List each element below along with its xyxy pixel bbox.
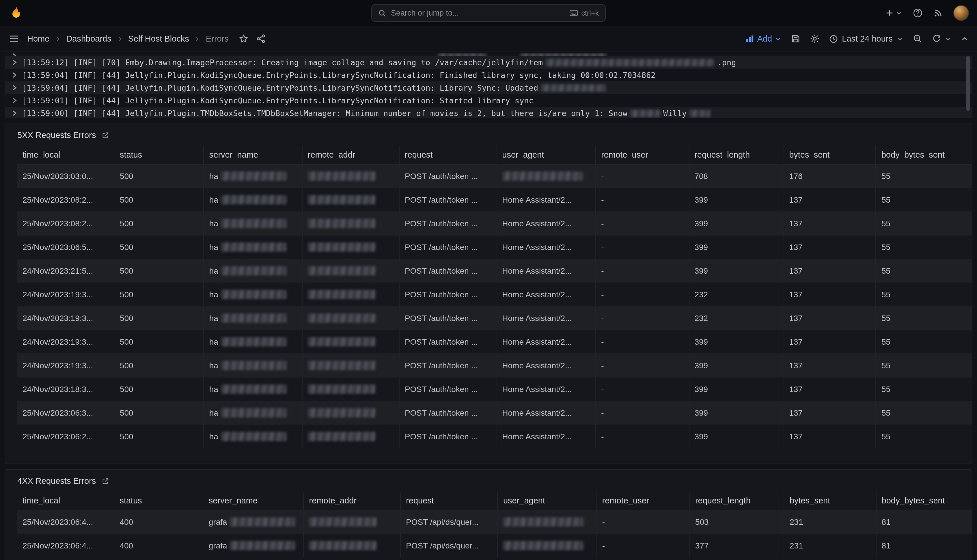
refresh-interval-caret[interactable] — [945, 35, 951, 42]
log-scrollbar[interactable] — [966, 56, 970, 111]
cell-user_agent: Home Assistant/2... — [497, 282, 595, 306]
expand-chevron-icon[interactable] — [12, 85, 17, 91]
dashboard-quick-actions — [239, 34, 266, 43]
cell-server_name: ha — [204, 330, 302, 353]
menu-toggle[interactable] — [9, 33, 19, 44]
cell-text: grafa — [209, 541, 227, 550]
column-header-time_local[interactable]: time_local — [17, 492, 114, 510]
cell-body_bytes_sent: 55 — [876, 282, 972, 306]
expand-chevron-icon[interactable] — [12, 98, 17, 103]
settings-button[interactable] — [810, 34, 819, 43]
table-row: 24/Nov/2023:21:5...500haPOST /auth/token… — [17, 258, 972, 282]
cell-remote_user: - — [595, 377, 689, 401]
log-row[interactable]: [13:59:04] [INF] [44] Jellyfin.Plugin.Ko… — [5, 69, 972, 82]
cell-bytes_sent: 137 — [784, 424, 876, 448]
rss-icon — [934, 9, 942, 17]
cell-body_bytes_sent: 55 — [876, 401, 972, 424]
cell-bytes_sent: 176 — [784, 164, 876, 188]
user-avatar[interactable] — [953, 5, 969, 21]
expand-chevron-icon[interactable] — [12, 60, 17, 65]
column-header-user_agent[interactable]: user_agent — [497, 146, 595, 164]
column-header-remote_user[interactable]: remote_user — [595, 146, 689, 164]
redacted-text — [438, 53, 487, 56]
new-button[interactable] — [885, 9, 902, 17]
column-header-server_name[interactable]: server_name — [203, 492, 304, 510]
expand-chevron-icon[interactable] — [12, 53, 17, 56]
collapse-button[interactable] — [961, 35, 968, 42]
log-row[interactable]: [13:59:04] [INF] [44] Jellyfin.Plugin.Ko… — [5, 82, 972, 94]
chevron-down-icon — [895, 10, 902, 16]
column-header-time_local[interactable]: time_local — [17, 146, 114, 164]
cell-remote_user: - — [595, 164, 689, 188]
breadcrumb-item-self-host-blocks[interactable]: Self Host Blocks — [128, 34, 189, 43]
expand-chevron-icon[interactable] — [12, 72, 17, 78]
redacted-text — [308, 432, 375, 441]
breadcrumb-item-dashboards[interactable]: Dashboards — [66, 34, 111, 43]
add-panel-icon — [746, 34, 754, 43]
column-header-request[interactable]: request — [399, 146, 497, 164]
news-button[interactable] — [934, 9, 942, 17]
column-header-request_length[interactable]: request_length — [689, 146, 784, 164]
column-header-request[interactable]: request — [400, 492, 498, 510]
panel-title[interactable]: 4XX Requests Errors — [17, 476, 96, 485]
log-text: [13:59:12] [INF] [70] Emby.Drawing.Image… — [22, 58, 543, 67]
log-row[interactable]: [13:59:00] [INF] [44] Jellyfin.Plugin.TM… — [5, 107, 972, 118]
redacted-text — [308, 384, 375, 393]
column-header-bytes_sent[interactable]: bytes_sent — [784, 146, 876, 164]
grafana-logo[interactable] — [8, 5, 24, 21]
cell-server_name: ha — [204, 401, 302, 424]
column-header-body_bytes_sent[interactable]: body_bytes_sent — [876, 146, 972, 164]
log-row[interactable]: [13:59:01] [INF] [44] Jellyfin.Plugin.Ko… — [5, 94, 972, 107]
cell-text: ha — [209, 218, 218, 228]
external-link-icon[interactable] — [102, 131, 109, 139]
column-header-server_name[interactable]: server_name — [204, 146, 302, 164]
redacted-text — [221, 266, 287, 275]
save-button[interactable] — [791, 34, 800, 43]
cell-status: 500 — [114, 377, 204, 401]
cell-status: 500 — [114, 258, 204, 282]
panel-title[interactable]: 5XX Requests Errors — [17, 130, 96, 140]
cell-request: POST /auth/token ... — [399, 306, 497, 330]
cell-status: 500 — [114, 211, 204, 235]
column-header-remote_user[interactable]: remote_user — [597, 492, 690, 510]
breadcrumb-item-home[interactable]: Home — [27, 34, 49, 43]
add-button[interactable]: Add — [746, 34, 782, 43]
cell-time_local: 25/Nov/2023:06:4... — [17, 510, 114, 533]
column-header-user_agent[interactable]: user_agent — [498, 492, 597, 510]
help-button[interactable] — [913, 8, 923, 18]
column-header-remote_addr[interactable]: remote_addr — [302, 146, 399, 164]
cell-status: 500 — [114, 282, 204, 306]
log-row[interactable] — [5, 53, 972, 56]
column-header-status[interactable]: status — [114, 146, 204, 164]
cell-user_agent: Home Assistant/2... — [497, 188, 595, 211]
column-header-request_length[interactable]: request_length — [690, 492, 784, 510]
column-header-body_bytes_sent[interactable]: body_bytes_sent — [876, 492, 972, 510]
expand-chevron-icon[interactable] — [12, 110, 17, 116]
cell-remote_user: - — [597, 533, 690, 557]
cell-remote_addr — [302, 330, 399, 353]
time-picker[interactable]: Last 24 hours — [829, 34, 903, 43]
cell-time_local: 24/Nov/2023:19:3... — [17, 330, 114, 353]
cell-request_length: 399 — [689, 235, 784, 258]
cell-bytes_sent: 137 — [784, 306, 876, 330]
share-button[interactable] — [257, 34, 266, 43]
column-header-bytes_sent[interactable]: bytes_sent — [784, 492, 876, 510]
chevron-down-icon — [897, 35, 903, 42]
redacted-text — [689, 109, 710, 117]
cell-request_length: 399 — [689, 330, 784, 353]
star-button[interactable] — [239, 34, 248, 43]
column-header-status[interactable]: status — [114, 492, 203, 510]
column-header-remote_addr[interactable]: remote_addr — [304, 492, 401, 510]
cell-status: 500 — [114, 401, 204, 424]
log-row[interactable]: [13:59:12] [INF] [70] Emby.Drawing.Image… — [5, 56, 972, 69]
cell-user_agent: Home Assistant/2... — [497, 377, 595, 401]
zoom-out-button[interactable] — [913, 34, 922, 43]
cell-user_agent: Home Assistant/2... — [497, 235, 595, 258]
cell-bytes_sent: 137 — [784, 377, 876, 401]
external-link-icon[interactable] — [102, 477, 109, 485]
search-input[interactable]: Search or jump to... ctrl+k — [371, 4, 606, 22]
cell-time_local: 24/Nov/2023:21:5... — [17, 258, 114, 282]
cell-text: ha — [209, 242, 218, 252]
refresh-button[interactable] — [932, 34, 951, 43]
cell-remote_addr — [302, 164, 399, 188]
